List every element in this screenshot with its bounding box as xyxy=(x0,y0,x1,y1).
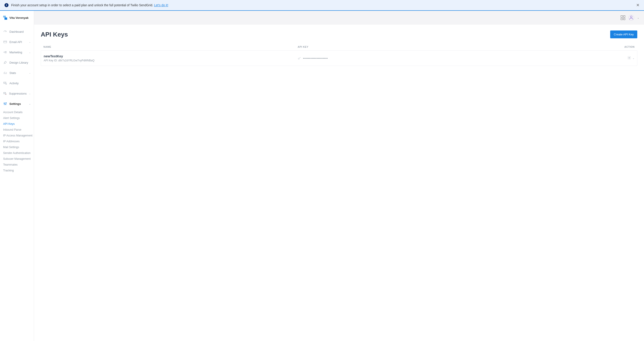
nav-label: Activity xyxy=(10,82,18,85)
subnav-alert-settings[interactable]: Alert Settings xyxy=(2,115,34,121)
chart-icon xyxy=(3,71,7,75)
nav-email-api[interactable]: Email API ⌄ xyxy=(0,37,34,47)
nav-label: Dashboard xyxy=(10,30,24,33)
user-name: Vita Voronyak xyxy=(10,16,29,20)
envelope-block-icon xyxy=(3,91,7,95)
col-action-header: ACTION xyxy=(617,46,634,48)
design-icon xyxy=(3,61,7,65)
app-switcher-icon[interactable] xyxy=(621,16,625,20)
key-icon xyxy=(298,57,301,60)
api-key-id: API Key ID: d8r7s2dYRLGw7nyPdMNBaQ xyxy=(44,59,298,62)
nav-suppressions[interactable]: Suppressions ⌄ xyxy=(0,88,34,99)
subnav-mail-settings[interactable]: Mail Settings xyxy=(2,144,34,150)
masked-key: •••••••••••••••••••• xyxy=(303,57,328,60)
sidebar-header: Vita Voronyak xyxy=(0,11,34,27)
megaphone-icon xyxy=(3,50,7,54)
gauge-icon xyxy=(3,30,7,34)
page-title: API Keys xyxy=(41,31,68,38)
gear-icon[interactable] xyxy=(627,56,631,61)
nav-label: Settings xyxy=(10,102,21,106)
main-region: ⌄ API Keys Create API Key NAME API KEY A… xyxy=(34,11,644,341)
brand-logo-icon xyxy=(3,16,7,20)
svg-point-8 xyxy=(630,16,632,18)
account-setup-banner: i Finish your account setup in order to … xyxy=(0,0,644,11)
subnav-teammates[interactable]: Teammates xyxy=(2,162,34,168)
nav-label: Email API xyxy=(10,40,22,44)
subnav-tracking[interactable]: Tracking xyxy=(2,168,34,173)
col-name-header: NAME xyxy=(44,46,298,48)
close-icon[interactable]: ✕ xyxy=(636,3,640,8)
primary-nav: Dashboard Email API ⌄ Marketing ⌄ Design… xyxy=(0,27,34,176)
chevron-down-icon: ⌄ xyxy=(29,103,31,105)
subnav-subuser-mgmt[interactable]: Subuser Management xyxy=(2,156,34,162)
svg-point-2 xyxy=(6,84,7,85)
row-name-cell: newTestKey API Key ID: d8r7s2dYRLGw7nyPd… xyxy=(44,54,298,62)
subnav-sender-auth[interactable]: Sender Authentication xyxy=(2,150,34,156)
subnav-ip-access[interactable]: IP Access Management xyxy=(2,133,34,138)
sliders-icon xyxy=(3,102,7,106)
chevron-down-icon: ⌄ xyxy=(29,72,31,74)
subnav-account-details[interactable]: Account Details xyxy=(2,109,34,115)
api-key-name: newTestKey xyxy=(44,54,298,58)
subnav-api-keys[interactable]: API Keys xyxy=(2,121,34,127)
settings-subnav: Account Details Alert Settings API Keys … xyxy=(0,109,34,176)
svg-rect-1 xyxy=(4,82,6,84)
banner-text-wrap: Finish your account setup in order to se… xyxy=(11,3,168,7)
card-icon xyxy=(3,40,7,44)
svg-point-9 xyxy=(298,58,300,59)
sidebar: Vita Voronyak Dashboard Email API ⌄ Mark… xyxy=(0,11,34,341)
topbar: ⌄ xyxy=(34,11,644,25)
chevron-down-icon[interactable]: ⌄ xyxy=(632,57,634,59)
nav-label: Design Library xyxy=(10,61,28,64)
page-content: API Keys Create API Key NAME API KEY ACT… xyxy=(34,25,644,341)
chevron-down-icon[interactable]: ⌄ xyxy=(637,17,639,19)
banner-text: Finish your account setup in order to se… xyxy=(11,3,154,7)
nav-label: Suppressions xyxy=(9,92,27,95)
chevron-down-icon: ⌄ xyxy=(29,92,31,95)
nav-activity[interactable]: Activity xyxy=(0,78,34,88)
row-key-cell: •••••••••••••••••••• xyxy=(298,56,616,60)
subnav-inbound-parse[interactable]: Inbound Parse xyxy=(2,127,34,133)
table-row: newTestKey API Key ID: d8r7s2dYRLGw7nyPd… xyxy=(41,50,637,66)
nav-label: Stats xyxy=(10,71,16,75)
table-header: NAME API KEY ACTION xyxy=(41,43,637,50)
svg-rect-3 xyxy=(4,92,6,94)
page-header: API Keys Create API Key xyxy=(41,31,637,38)
svg-rect-0 xyxy=(4,41,7,43)
row-action-cell: ⌄ xyxy=(616,56,634,61)
envelope-search-icon xyxy=(3,81,7,85)
svg-point-10 xyxy=(629,57,630,58)
banner-link[interactable]: Let's do it! xyxy=(154,3,168,7)
nav-stats[interactable]: Stats ⌄ xyxy=(0,68,34,78)
chevron-down-icon: ⌄ xyxy=(29,51,31,54)
info-icon: i xyxy=(4,3,8,7)
user-avatar-icon[interactable] xyxy=(628,15,634,21)
chevron-down-icon: ⌄ xyxy=(29,41,31,43)
subnav-ip-addresses[interactable]: IP Addresses xyxy=(2,138,34,144)
create-api-key-button[interactable]: Create API Key xyxy=(610,31,637,38)
nav-marketing[interactable]: Marketing ⌄ xyxy=(0,47,34,57)
col-key-header: API KEY xyxy=(298,46,617,48)
nav-dashboard[interactable]: Dashboard xyxy=(0,27,34,37)
nav-design-library[interactable]: Design Library xyxy=(0,57,34,68)
nav-label: Marketing xyxy=(10,51,22,54)
nav-settings[interactable]: Settings ⌄ xyxy=(0,99,34,109)
